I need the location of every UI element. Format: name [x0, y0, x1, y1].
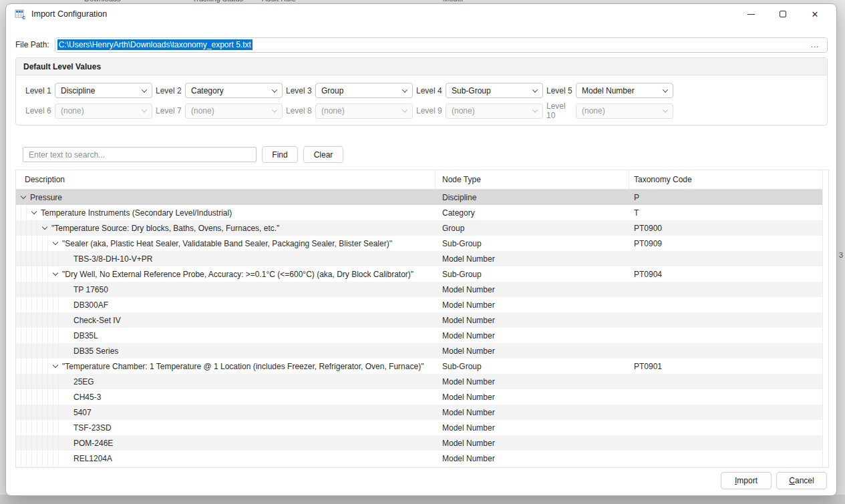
default-level-values-group: Default Level Values Level 1DisciplineLe… — [15, 57, 828, 125]
description-text: Temperature Instruments (Secondary Level… — [41, 208, 232, 218]
level-4-select[interactable]: Sub-Group — [446, 83, 543, 98]
description-text: "Temperature Source: Dry blocks, Baths, … — [51, 224, 279, 233]
table-row[interactable]: 25EGModel Number — [16, 374, 823, 389]
level-2-value: Category — [191, 86, 273, 95]
description-cell: TSF-23SD — [16, 423, 436, 433]
file-path-label: File Path: — [15, 40, 49, 49]
tree-indent-guides — [16, 389, 59, 405]
chevron-down-icon — [663, 107, 668, 112]
table-row[interactable]: DB300AFModel Number — [16, 297, 823, 312]
node-type-cell: Sub-Group — [436, 239, 629, 248]
find-button[interactable]: Find — [262, 146, 298, 163]
table-row[interactable]: "Dry Well, No External Reference Probe, … — [16, 266, 823, 282]
node-type-cell: Model Number — [436, 439, 629, 448]
file-path-input[interactable]: C:\Users\HenryArth\Downloads\taxonomy_ex… — [55, 37, 828, 53]
level-6-field: Level 6(none) — [25, 101, 156, 120]
level-3-select[interactable]: Group — [315, 83, 413, 98]
file-path-value: C:\Users\HenryArth\Downloads\taxonomy_ex… — [57, 39, 252, 50]
table-row[interactable]: "Sealer (aka, Plastic Heat Sealer, Valid… — [16, 236, 823, 251]
column-header-node-type[interactable]: Node Type — [436, 170, 629, 189]
node-type-cell: Sub-Group — [436, 362, 629, 371]
table-row[interactable]: TP 17650Model Number — [16, 282, 823, 297]
tree-indent-guides — [16, 297, 59, 312]
table-row[interactable]: "Temperature Chamber: 1 Temperature @ 1 … — [16, 358, 823, 374]
tree-indent-guides — [16, 358, 48, 374]
taxonomy-code-cell: P — [629, 193, 823, 202]
table-row[interactable]: TBS-3/8-DH-10-V+PRModel Number — [16, 251, 823, 266]
tree-expand-icon[interactable] — [53, 240, 58, 245]
tree-indent-guides — [16, 420, 59, 435]
node-type-cell: Group — [436, 224, 629, 233]
table-row[interactable]: 5407Model Number — [16, 405, 823, 420]
table-row[interactable]: Temperature Instruments (Secondary Level… — [16, 205, 823, 220]
tree-expand-icon[interactable] — [21, 194, 26, 199]
tree-expand-icon[interactable] — [31, 209, 37, 214]
description-cell: CH45-3 — [16, 393, 436, 402]
node-type-cell: Model Number — [436, 254, 629, 264]
description-cell: DB300AF — [16, 300, 436, 310]
search-row: Find Clear — [23, 146, 343, 163]
table-row[interactable]: REL1204AModel Number — [16, 451, 823, 466]
level-5-label: Level 5 — [546, 86, 576, 95]
close-button[interactable]: ✕ — [799, 4, 831, 24]
level-9-select: (none) — [446, 103, 543, 119]
table-row[interactable]: "Temperature Source: Dry blocks, Baths, … — [16, 220, 823, 236]
level-8-value: (none) — [321, 106, 403, 115]
table-row[interactable]: Check-Set IVModel Number — [16, 312, 823, 328]
level-2-label: Level 2 — [156, 86, 185, 95]
tree-indent-guides — [16, 205, 27, 220]
minimize-icon — [747, 14, 755, 15]
description-text: 25EG — [73, 377, 94, 387]
column-header-description[interactable]: Description — [16, 170, 436, 189]
table-row[interactable]: PressureDisciplineP — [16, 190, 823, 205]
tree-indent-guides — [16, 405, 59, 420]
maximize-button[interactable] — [767, 4, 799, 24]
description-cell: "Sealer (aka, Plastic Heat Sealer, Valid… — [16, 239, 436, 248]
titlebar[interactable]: c Import Configuration ✕ — [6, 4, 836, 24]
level-2-select[interactable]: Category — [185, 83, 283, 98]
tree-indent-guides — [16, 236, 48, 251]
chevron-down-icon — [532, 107, 538, 112]
level-5-select[interactable]: Model Number — [576, 83, 673, 98]
level-5-field: Level 5Model Number — [546, 83, 677, 98]
description-cell: POM-246E — [16, 439, 436, 448]
background-text-fragment: Downloads — [84, 0, 120, 3]
tree-indent-guides — [16, 220, 37, 236]
table-row[interactable]: DB35LModel Number — [16, 328, 823, 343]
level-5-value: Model Number — [582, 86, 663, 95]
table-row[interactable]: TSF-23SDModel Number — [16, 420, 823, 435]
table-row[interactable]: POM-246EModel Number — [16, 435, 823, 451]
close-icon: ✕ — [812, 9, 819, 19]
tree-expand-icon[interactable] — [53, 270, 58, 276]
groupbox-header: Default Level Values — [16, 58, 827, 75]
tree-indent-guides — [16, 374, 59, 389]
level-1-select[interactable]: Discipline — [55, 83, 152, 98]
search-input[interactable] — [23, 147, 257, 162]
tree-expand-icon[interactable] — [53, 362, 58, 368]
chevron-down-icon — [272, 107, 277, 112]
clear-button[interactable]: Clear — [303, 146, 343, 163]
description-text: TSF-23SD — [73, 423, 112, 433]
description-text: Pressure — [30, 193, 62, 202]
background-text-fragment: 3 — [839, 251, 843, 259]
level-8-select: (none) — [315, 103, 413, 119]
node-type-cell: Sub-Group — [436, 270, 629, 279]
svg-text:c: c — [22, 14, 25, 20]
description-text: DB35 Series — [73, 346, 118, 356]
minimize-button[interactable] — [735, 4, 767, 24]
taxonomy-code-cell: T — [629, 208, 823, 218]
description-text: CH45-3 — [73, 393, 101, 402]
table-row[interactable]: DB35 SeriesModel Number — [16, 343, 823, 358]
description-cell: DB35 Series — [16, 346, 436, 356]
table-row[interactable]: CH45-3Model Number — [16, 389, 823, 405]
tree-indent-guides — [16, 435, 59, 451]
browse-button[interactable]: … — [808, 41, 822, 48]
cancel-button[interactable]: Cancel — [776, 472, 827, 489]
level-10-value: (none) — [582, 106, 663, 115]
level-9-field: Level 9(none) — [416, 101, 546, 120]
import-button[interactable]: Import — [721, 472, 772, 489]
taxonomy-code-cell: PT0909 — [629, 239, 823, 248]
chevron-down-icon — [532, 87, 538, 92]
tree-expand-icon[interactable] — [42, 224, 47, 230]
column-header-taxonomy-code[interactable]: Taxonomy Code — [629, 170, 823, 189]
